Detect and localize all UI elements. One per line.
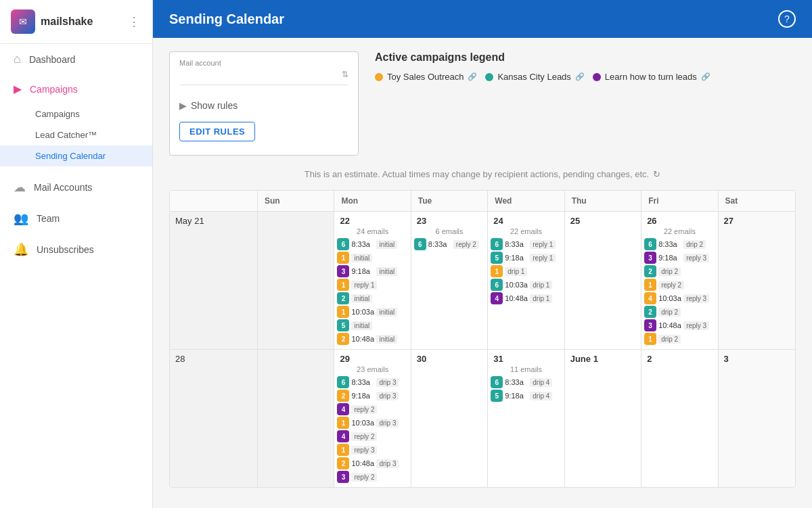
legend-dot-learn-leads — [593, 73, 601, 81]
nav-team[interactable]: 👥 Team — [0, 203, 152, 234]
cal-date-w0-d2: 23 — [414, 214, 484, 227]
legend-link-toy-sales[interactable]: 🔗 — [468, 72, 477, 81]
cal-label-w0-d5-e5: drip 2 — [658, 308, 681, 317]
legend-link-kansas-city[interactable]: 🔗 — [575, 72, 585, 81]
cal-time-w0-d2-e0: 8:33a — [428, 240, 451, 248]
cal-label-w0-d1-e2: initial — [376, 267, 397, 276]
calendar-week-1: 282923 emails68:33adrip 329:18adrip 34re… — [170, 350, 795, 487]
cal-badge-w0-d5-e5: 2 — [644, 306, 656, 318]
cal-label-w1-d1-e3: drip 3 — [376, 419, 399, 428]
nav-unsubscribes-label: Unsubscribes — [37, 244, 94, 255]
cal-badge-w0-d1-e2: 3 — [337, 265, 349, 277]
cal-time-w0-d1-e5: 10:03a — [351, 308, 374, 316]
cal-cell-w1-d4: June 1 — [565, 350, 641, 487]
cal-cell-w0-d3: 2422 emails68:33areply 159:18areply 11dr… — [488, 212, 564, 349]
logo-icon: ✉ — [11, 9, 35, 34]
legend-dot-kansas-city — [485, 73, 493, 81]
calendar-body: May 212224 emails68:33ainitial1initial39… — [170, 212, 795, 487]
unsubscribes-icon: 🔔 — [14, 242, 28, 257]
sidebar-menu-dots[interactable]: ⋮ — [128, 14, 141, 29]
cal-label-w0-d5-e0: drip 2 — [683, 240, 706, 249]
legend-label-learn-leads: Learn how to turn leads — [605, 72, 697, 82]
cal-badge-w0-d1-e6: 5 — [337, 319, 349, 331]
legend-link-learn-leads[interactable]: 🔗 — [701, 72, 710, 81]
cal-entry-w1-d1-e7: 3reply 2 — [337, 471, 407, 483]
legend-items: Toy Sales Outreach 🔗 Kansas City Leads 🔗… — [375, 72, 796, 82]
cal-entry-w1-d1-e5: 1reply 3 — [337, 444, 407, 456]
legend-label-toy-sales: Toy Sales Outreach — [387, 72, 464, 82]
cal-date-w0-d5: 26 — [644, 214, 715, 227]
cal-entry-w0-d1-e6: 5initial — [337, 319, 407, 331]
show-rules-button[interactable]: ▶ Show rules — [179, 97, 348, 114]
main-content: Sending Calendar ? Mail account ⇅ ▶ Show… — [153, 0, 812, 508]
campaigns-icon: ▶ — [14, 83, 22, 95]
cal-entry-w0-d5-e6: 310:48areply 3 — [644, 319, 715, 331]
cal-label-w0-d5-e4: reply 3 — [683, 294, 709, 303]
cal-time-w1-d1-e6: 10:48a — [351, 459, 374, 467]
legend-title: Active campaigns legend — [375, 51, 796, 64]
cal-time-w1-d1-e3: 10:03a — [351, 419, 374, 427]
cal-email-count-w1-d1: 23 emails — [337, 365, 407, 373]
mail-account-select[interactable]: ⇅ — [179, 70, 348, 79]
cal-badge-w0-d1-e4: 2 — [337, 292, 349, 304]
topbar: Sending Calendar ? — [153, 0, 812, 38]
cal-badge-w0-d3-e0: 6 — [491, 238, 503, 250]
cal-date-w0-d1: 22 — [337, 214, 407, 227]
cal-entry-w0-d3-e2: 1drip 1 — [491, 265, 561, 277]
cal-badge-w0-d5-e0: 6 — [644, 238, 656, 250]
logo-text: mailshake — [41, 16, 93, 28]
cal-badge-w0-d5-e3: 1 — [644, 279, 656, 291]
cal-entry-w0-d1-e0: 68:33ainitial — [337, 238, 407, 250]
cal-cell-w0-d2: 236 emails68:33areply 2 — [411, 212, 488, 349]
edit-rules-button[interactable]: EDIT RULES — [179, 122, 255, 141]
help-button[interactable]: ? — [778, 10, 796, 28]
cal-badge-w0-d5-e1: 3 — [644, 252, 656, 264]
cal-entry-w0-d5-e2: 2drip 2 — [644, 265, 715, 277]
legend-item-kansas-city: Kansas City Leads 🔗 — [485, 72, 584, 82]
legend-area: Active campaigns legend Toy Sales Outrea… — [375, 51, 796, 156]
cal-badge-w1-d3-e1: 5 — [491, 390, 503, 402]
cal-cell-w0-d4: 25 — [565, 212, 641, 349]
sidebar-item-lead-catcher[interactable]: Lead Catcher™ — [0, 124, 152, 145]
cal-label-w0-d1-e3: reply 1 — [351, 281, 377, 290]
week-label-header — [170, 191, 258, 211]
cal-label-w0-d2-e0: reply 2 — [453, 240, 479, 249]
cal-label-w0-d1-e6: initial — [351, 321, 372, 330]
cal-badge-w0-d3-e2: 1 — [491, 265, 503, 277]
cal-email-count-w0-d5: 22 emails — [644, 227, 715, 235]
calendar-week-0: May 212224 emails68:33ainitial1initial39… — [170, 212, 795, 350]
cal-entry-w0-d5-e0: 68:33adrip 2 — [644, 238, 715, 250]
cal-cell-w0-d0 — [258, 212, 334, 349]
cal-time-w0-d5-e1: 9:18a — [658, 254, 681, 262]
cal-badge-w0-d1-e1: 1 — [337, 252, 349, 264]
cal-label-w1-d1-e6: drip 3 — [376, 459, 399, 468]
refresh-icon[interactable]: ↻ — [653, 169, 660, 179]
cal-badge-w0-d5-e2: 2 — [644, 265, 656, 277]
sidebar-item-campaigns[interactable]: Campaigns — [0, 103, 152, 124]
cal-entry-w1-d1-e3: 110:03adrip 3 — [337, 417, 407, 429]
cal-label-w1-d1-e4: reply 2 — [351, 432, 377, 441]
cal-time-w0-d5-e6: 10:48a — [658, 321, 681, 329]
cal-entry-w1-d1-e2: 4reply 2 — [337, 403, 407, 415]
cal-badge-w0-d3-e1: 5 — [491, 252, 503, 264]
nav-dashboard[interactable]: ⌂ Dashboard — [0, 44, 152, 74]
show-rules-area: ▶ Show rules EDIT RULES — [179, 91, 348, 148]
cal-label-w1-d3-e0: drip 4 — [530, 378, 552, 387]
nav-mail-accounts[interactable]: ☁ Mail Accounts — [0, 172, 152, 203]
dashboard-icon: ⌂ — [14, 52, 21, 66]
nav-unsubscribes[interactable]: 🔔 Unsubscribes — [0, 234, 152, 265]
cal-date-w1-d2: 30 — [414, 352, 484, 365]
nav-campaigns-label: Campaigns — [30, 84, 78, 95]
week-label-0: May 21 — [170, 212, 258, 349]
cal-entry-w0-d1-e7: 210:48ainitial — [337, 333, 407, 345]
nav-campaigns[interactable]: ▶ Campaigns — [0, 74, 152, 103]
cal-badge-w1-d1-e4: 4 — [337, 430, 349, 442]
cal-entry-w1-d1-e1: 29:18adrip 3 — [337, 390, 407, 402]
mail-account-box: Mail account ⇅ ▶ Show rules EDIT RULES — [169, 51, 359, 156]
sidebar-item-sending-calendar[interactable]: Sending Calendar — [0, 145, 152, 166]
week-label-1: 28 — [170, 350, 258, 487]
cal-label-w0-d3-e1: reply 1 — [530, 254, 556, 262]
cal-label-w0-d3-e4: drip 1 — [530, 294, 552, 303]
cal-badge-w1-d1-e6: 2 — [337, 457, 349, 469]
cal-time-w0-d1-e7: 10:48a — [351, 335, 374, 343]
